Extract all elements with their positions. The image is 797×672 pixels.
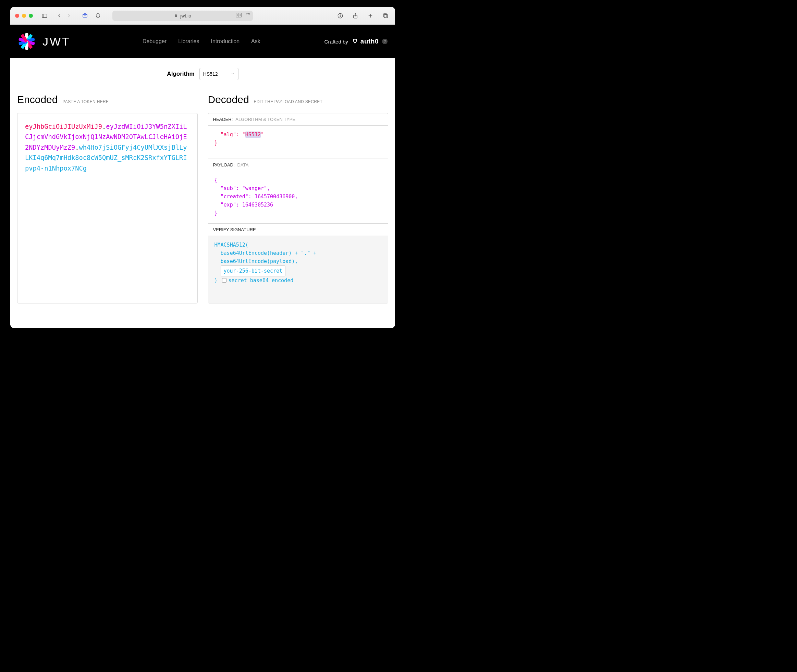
svg-rect-16 (383, 14, 387, 17)
nav-ask[interactable]: Ask (251, 38, 260, 45)
svg-rect-0 (42, 14, 47, 18)
browser-window: jwt.io (10, 7, 395, 328)
svg-rect-15 (384, 14, 388, 18)
crafted-label: Crafted by (324, 39, 348, 45)
auth0-text: auth0 (361, 38, 378, 45)
header-pane-label: HEADER: (213, 117, 233, 122)
sig-line-2: base64UrlEncode(header) + "." + (215, 249, 382, 257)
forward-button[interactable] (64, 11, 73, 20)
tabs-overview-icon[interactable] (381, 11, 390, 21)
share-icon[interactable] (351, 11, 360, 21)
downloads-icon[interactable] (335, 11, 345, 21)
decoded-hint: EDIT THE PAYLOAD AND SECRET (254, 99, 323, 104)
signature-pane-label: VERIFY SIGNATURE (213, 227, 256, 232)
payload-line-created: "created": 1645700436900, (215, 192, 382, 201)
payload-pane-label: PAYLOAD: (213, 162, 235, 168)
brand-text: JWT (42, 35, 71, 48)
crafted-by: Crafted by auth0 ? (324, 38, 388, 45)
header-alg-value: HS512 (245, 131, 261, 138)
reader-icon[interactable] (236, 13, 242, 19)
algorithm-label: Algorithm (167, 70, 194, 77)
nav-libraries[interactable]: Libraries (178, 38, 199, 45)
nav-introduction[interactable]: Introduction (211, 38, 240, 45)
decoded-signature-pane: VERIFY SIGNATURE HMACSHA512( base64UrlEn… (208, 223, 388, 303)
jwt-snowflake-icon (18, 32, 35, 50)
back-button[interactable] (55, 11, 64, 20)
payload-pane-body[interactable]: { "sub": "wanger", "created": 1645700436… (208, 171, 388, 223)
extension-cube-icon[interactable] (80, 11, 90, 21)
auth0-logo[interactable]: auth0 (351, 38, 378, 45)
sig-line-3: base64UrlEncode(payload), (215, 257, 382, 266)
decoded-payload-pane: PAYLOAD: DATA { "sub": "wanger", "create… (208, 158, 388, 223)
browser-toolbar: jwt.io (10, 7, 395, 25)
window-controls (15, 14, 33, 18)
decoded-header-pane: HEADER: ALGORITHM & TOKEN TYPE "alg": "H… (208, 114, 388, 158)
help-icon[interactable]: ? (382, 39, 388, 44)
site-logo[interactable]: JWT (18, 32, 71, 50)
payload-line-sub: "sub": "wanger", (215, 184, 382, 192)
algorithm-selected: HS512 (203, 71, 218, 77)
encoded-title: Encoded (17, 94, 58, 106)
chevron-down-icon (231, 71, 235, 77)
close-window-icon[interactable] (15, 14, 19, 18)
header-alg-key: "alg" (221, 131, 236, 138)
maximize-window-icon[interactable] (29, 14, 33, 18)
header-pane-sub: ALGORITHM & TOKEN TYPE (236, 117, 295, 122)
payload-line-exp: "exp": 1646305236 (215, 201, 382, 209)
signature-pane-body: HMACSHA512( base64UrlEncode(header) + ".… (208, 236, 388, 291)
sidebar-toggle-icon[interactable] (40, 11, 49, 21)
encoded-token-input[interactable]: eyJhbGciOiJIUzUxMiJ9.eyJzdWIiOiJ3YW5nZXI… (17, 113, 198, 304)
secret-base64-label: secret base64 encoded (229, 277, 293, 283)
lock-icon (174, 13, 178, 19)
svg-rect-2 (175, 15, 177, 17)
algorithm-row: Algorithm HS512 (17, 68, 388, 80)
payload-pane-sub: DATA (237, 162, 249, 168)
nav-debugger[interactable]: Debugger (143, 38, 167, 45)
privacy-shield-icon[interactable] (93, 11, 103, 21)
decoded-column: Decoded EDIT THE PAYLOAD AND SECRET HEAD… (208, 94, 388, 304)
payload-line-open: { (215, 176, 382, 184)
secret-base64-checkbox[interactable] (222, 278, 226, 283)
payload-line-close: } (215, 209, 382, 217)
minimize-window-icon[interactable] (22, 14, 26, 18)
secret-input[interactable]: your-256-bit-secret (221, 266, 286, 277)
encoded-hint: PASTE A TOKEN HERE (63, 99, 109, 104)
algorithm-select[interactable]: HS512 (199, 68, 239, 80)
address-bar[interactable]: jwt.io (112, 11, 253, 21)
url-host: jwt.io (180, 13, 191, 19)
site-header: JWT Debugger Libraries Introduction Ask … (10, 25, 395, 58)
token-header-segment: eyJhbGciOiJIUzUxMiJ9 (25, 123, 102, 130)
decoded-box: HEADER: ALGORITHM & TOKEN TYPE "alg": "H… (208, 113, 388, 304)
encoded-column: Encoded PASTE A TOKEN HERE eyJhbGciOiJIU… (17, 94, 198, 304)
reload-icon[interactable] (245, 13, 250, 19)
page-content: Algorithm HS512 Encoded PASTE A TOKEN HE… (10, 58, 395, 328)
decoded-title: Decoded (208, 94, 249, 106)
header-pane-body[interactable]: "alg": "HS512"} (208, 126, 388, 158)
auth0-shield-icon (351, 38, 358, 45)
sig-line-close: ) (215, 277, 221, 283)
sig-line-1: HMACSHA512( (215, 241, 382, 249)
new-tab-icon[interactable] (366, 11, 375, 21)
main-nav: Debugger Libraries Introduction Ask (143, 38, 260, 45)
